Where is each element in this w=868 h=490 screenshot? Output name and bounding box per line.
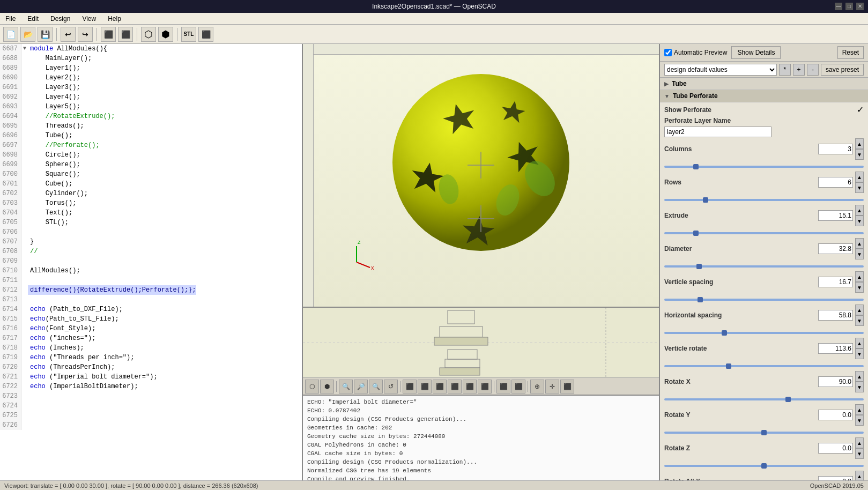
verticle-spacing-up-button[interactable]: ▲ xyxy=(855,271,864,282)
verticle-spacing-slider[interactable] xyxy=(664,299,864,301)
rotate-y-down-button[interactable]: ▼ xyxy=(855,415,864,426)
rows-down-button[interactable]: ▼ xyxy=(855,182,864,193)
extrude-slider[interactable] xyxy=(664,232,864,234)
verticle-spacing-down-button[interactable]: ▼ xyxy=(855,282,864,293)
reset-button[interactable]: Reset xyxy=(837,46,864,59)
horizontal-spacing-slider[interactable] xyxy=(664,332,864,334)
rows-input[interactable] xyxy=(818,177,853,188)
line-fold xyxy=(21,227,28,237)
redo-button[interactable]: ↪ xyxy=(78,27,93,42)
menu-design[interactable]: Design xyxy=(47,14,73,23)
rows-up-button[interactable]: ▲ xyxy=(855,172,864,182)
diameter-slider[interactable] xyxy=(664,265,864,268)
line-code: Tube(); xyxy=(28,131,72,140)
auto-preview-checkbox[interactable] xyxy=(664,49,672,56)
columns-slider[interactable] xyxy=(664,166,864,168)
preset-star-button[interactable]: * xyxy=(779,64,791,76)
vp-wireframe-button[interactable]: ⬛ xyxy=(496,380,510,394)
vp-reset-view-button[interactable]: ↺ xyxy=(384,380,398,394)
viewport-ortho[interactable] xyxy=(303,308,659,377)
vp-view-left-button[interactable]: ⬛ xyxy=(433,380,447,394)
horizontal-spacing-input[interactable] xyxy=(818,310,853,321)
diameter-up-button[interactable]: ▲ xyxy=(855,238,864,249)
verticle-spacing-input[interactable] xyxy=(818,277,853,287)
rotate-y-input[interactable] xyxy=(818,410,853,420)
vp-zoom-out-button[interactable]: 🔍 xyxy=(369,380,383,394)
line-fold xyxy=(21,92,28,102)
verticle-rotate-slider[interactable] xyxy=(664,365,864,367)
minimize-button[interactable]: — xyxy=(835,3,842,10)
undo-button[interactable]: ↩ xyxy=(61,27,76,42)
code-scroll[interactable]: 6687▼module AllModules(){6688 MainLayer(… xyxy=(0,44,302,480)
tube-section-header[interactable]: ▶ Tube xyxy=(660,78,868,90)
rotate-x-slider[interactable] xyxy=(664,398,864,400)
render-button[interactable]: ⬢ xyxy=(158,27,173,42)
new-button[interactable]: 📄 xyxy=(3,27,18,42)
verticle-rotate-input[interactable] xyxy=(818,343,853,354)
vp-axes-button[interactable]: ⊕ xyxy=(530,380,544,394)
menu-file[interactable]: File xyxy=(2,14,19,23)
export-button[interactable]: ⬛ xyxy=(198,27,213,42)
diameter-down-button[interactable]: ▼ xyxy=(855,249,864,259)
columns-up-button[interactable]: ▲ xyxy=(855,138,864,149)
save-button[interactable]: 💾 xyxy=(38,27,53,42)
preset-select[interactable]: design default values xyxy=(664,64,777,76)
vp-ortho-button[interactable]: ⬢ xyxy=(320,380,334,394)
preview-button[interactable]: ⬡ xyxy=(141,27,156,42)
tube-perforate-section-header[interactable]: ▼ Tube Perforate xyxy=(660,90,868,102)
rotate-z-input[interactable] xyxy=(818,443,853,454)
vp-view-top-button[interactable]: ⬛ xyxy=(403,380,417,394)
rotate-all-x-input[interactable] xyxy=(818,476,853,480)
menu-view[interactable]: View xyxy=(79,14,99,23)
vp-perspective-button[interactable]: ⬡ xyxy=(305,380,319,394)
close-button[interactable]: ✕ xyxy=(856,3,864,10)
vp-view-right-button[interactable]: ⬛ xyxy=(448,380,462,394)
preset-minus-button[interactable]: - xyxy=(807,64,819,76)
console[interactable]: ECHO: "Imperial bolt diameter="ECHO: 0.0… xyxy=(303,395,659,480)
rotate-z-down-button[interactable]: ▼ xyxy=(855,448,864,459)
unindent-button[interactable]: ⬛ xyxy=(118,27,133,42)
export-stl-button[interactable]: STL xyxy=(181,27,196,42)
horizontal-spacing-up-button[interactable]: ▲ xyxy=(855,305,864,315)
indent-button[interactable]: ⬛ xyxy=(101,27,116,42)
vp-grid-button[interactable]: ⬛ xyxy=(560,380,574,394)
vp-view-bottom-button[interactable]: ⬛ xyxy=(418,380,432,394)
perforate-layer-name-input[interactable] xyxy=(664,127,771,137)
main-area: 6687▼module AllModules(){6688 MainLayer(… xyxy=(0,44,868,480)
preset-plus-button[interactable]: + xyxy=(793,64,805,76)
rotate-z-slider[interactable] xyxy=(664,465,864,467)
extrude-input[interactable] xyxy=(818,210,853,221)
rotate-y-up-button[interactable]: ▲ xyxy=(855,404,864,415)
rotate-all-x-up-button[interactable]: ▲ xyxy=(855,471,864,480)
extrude-down-button[interactable]: ▼ xyxy=(855,216,864,226)
verticle-rotate-up-button[interactable]: ▲ xyxy=(855,338,864,348)
diameter-input[interactable] xyxy=(818,243,853,254)
code-line: 6691 Layer3(); xyxy=(0,83,302,92)
rotate-x-input[interactable] xyxy=(818,376,853,387)
vp-zoom-all-button[interactable]: 🔍 xyxy=(339,380,353,394)
vp-zoom-in-button[interactable]: 🔎 xyxy=(354,380,368,394)
viewport-3d[interactable]: x z xyxy=(303,44,659,308)
line-fold xyxy=(21,73,28,83)
columns-input[interactable] xyxy=(818,144,853,154)
rotate-x-up-button[interactable]: ▲ xyxy=(855,371,864,382)
save-preset-button[interactable]: save preset xyxy=(821,64,864,76)
columns-down-button[interactable]: ▼ xyxy=(855,149,864,160)
open-button[interactable]: 📂 xyxy=(20,27,35,42)
maximize-button[interactable]: □ xyxy=(845,3,853,10)
menu-edit[interactable]: Edit xyxy=(24,14,42,23)
rotate-y-slider[interactable] xyxy=(664,432,864,434)
extrude-up-button[interactable]: ▲ xyxy=(855,205,864,216)
menu-help[interactable]: Help xyxy=(105,14,124,23)
horizontal-spacing-down-button[interactable]: ▼ xyxy=(855,315,864,326)
auto-preview-label[interactable]: Automatic Preview xyxy=(664,49,727,56)
vp-view-front-button[interactable]: ⬛ xyxy=(463,380,477,394)
rotate-x-down-button[interactable]: ▼ xyxy=(855,382,864,392)
vp-cross-button[interactable]: ✛ xyxy=(545,380,559,394)
show-details-button[interactable]: Show Details xyxy=(731,46,781,59)
vp-view-back-button[interactable]: ⬛ xyxy=(478,380,492,394)
rows-slider[interactable] xyxy=(664,199,864,201)
verticle-rotate-down-button[interactable]: ▼ xyxy=(855,348,864,359)
rotate-z-up-button[interactable]: ▲ xyxy=(855,437,864,448)
vp-solid-button[interactable]: ⬛ xyxy=(511,380,525,394)
